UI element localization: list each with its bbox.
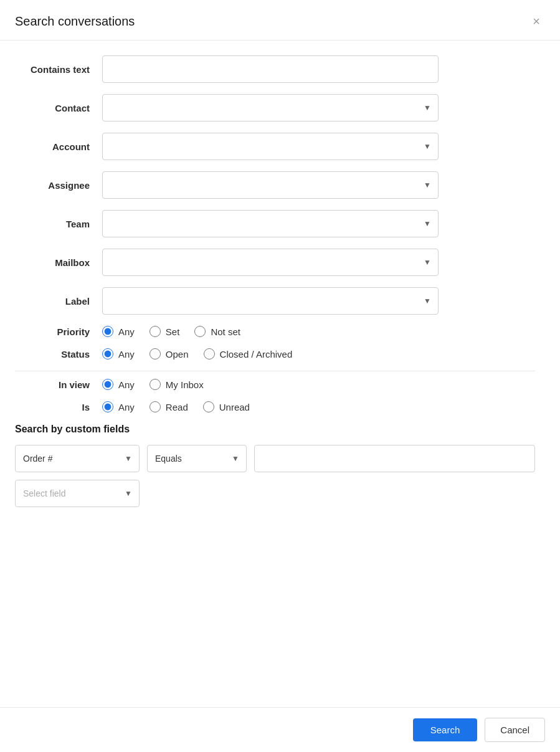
priority-any-option[interactable]: Any xyxy=(102,326,135,337)
contact-select[interactable] xyxy=(102,94,439,121)
account-row: Account ▼ xyxy=(15,133,535,160)
in-view-any-label: Any xyxy=(118,379,135,390)
section-divider xyxy=(15,371,535,371)
team-label: Team xyxy=(15,219,102,229)
contains-text-label: Contains text xyxy=(15,64,102,75)
priority-label: Priority xyxy=(15,326,102,337)
in-view-control: Any My Inbox xyxy=(102,379,439,390)
status-any-label: Any xyxy=(118,349,135,359)
is-read-label: Read xyxy=(166,402,188,412)
custom-field-1-select[interactable]: Order # xyxy=(15,445,140,472)
label-control: ▼ xyxy=(102,287,439,315)
priority-set-option[interactable]: Set xyxy=(149,326,180,337)
custom-field-row-2: Select field ▼ xyxy=(15,480,535,507)
priority-control: Any Set Not set xyxy=(102,326,439,337)
mailbox-control: ▼ xyxy=(102,249,439,276)
status-row: Status Any Open Closed / Archived xyxy=(15,348,535,359)
status-any-option[interactable]: Any xyxy=(102,348,135,359)
label-select[interactable] xyxy=(102,287,439,315)
account-label: Account xyxy=(15,141,102,152)
status-closed-archived-option[interactable]: Closed / Archived xyxy=(204,348,293,359)
mailbox-select-wrapper: ▼ xyxy=(102,249,439,276)
cancel-button[interactable]: Cancel xyxy=(485,718,545,742)
mailbox-label: Mailbox xyxy=(15,257,102,268)
status-closed-archived-radio[interactable] xyxy=(204,348,215,359)
account-control: ▼ xyxy=(102,133,439,160)
status-control: Any Open Closed / Archived xyxy=(102,348,439,359)
priority-row: Priority Any Set Not set xyxy=(15,326,535,337)
in-view-any-option[interactable]: Any xyxy=(102,379,135,390)
account-select-wrapper: ▼ xyxy=(102,133,439,160)
custom-operator-1-select[interactable]: Equals xyxy=(147,445,247,472)
dialog-footer: Search Cancel xyxy=(0,707,560,752)
priority-not-set-radio[interactable] xyxy=(194,326,206,337)
contact-row: Contact ▼ xyxy=(15,94,535,121)
priority-any-label: Any xyxy=(118,326,135,337)
team-row: Team ▼ xyxy=(15,210,535,237)
label-label: Label xyxy=(15,296,102,307)
contains-text-control xyxy=(102,55,439,83)
search-conversations-dialog: Search conversations × Contains text Con… xyxy=(0,0,560,752)
label-row: Label ▼ xyxy=(15,287,535,315)
in-view-label: In view xyxy=(15,379,102,390)
is-any-option[interactable]: Any xyxy=(102,401,135,412)
in-view-my-inbox-radio[interactable] xyxy=(149,379,161,390)
in-view-radio-group: Any My Inbox xyxy=(102,379,439,390)
is-row: Is Any Read Unread xyxy=(15,401,535,412)
dialog-title: Search conversations xyxy=(15,14,135,29)
custom-field-2-select[interactable]: Select field xyxy=(15,480,140,507)
in-view-any-radio[interactable] xyxy=(102,379,113,390)
in-view-row: In view Any My Inbox xyxy=(15,379,535,390)
is-control: Any Read Unread xyxy=(102,401,439,412)
label-select-wrapper: ▼ xyxy=(102,287,439,315)
priority-any-radio[interactable] xyxy=(102,326,113,337)
in-view-my-inbox-option[interactable]: My Inbox xyxy=(149,379,204,390)
priority-set-label: Set xyxy=(166,326,180,337)
contact-label: Contact xyxy=(15,103,102,113)
is-read-option[interactable]: Read xyxy=(149,401,188,412)
is-read-radio[interactable] xyxy=(149,401,161,412)
assignee-label: Assignee xyxy=(15,180,102,191)
assignee-select[interactable] xyxy=(102,171,439,199)
assignee-control: ▼ xyxy=(102,171,439,199)
is-label: Is xyxy=(15,402,102,412)
team-select[interactable] xyxy=(102,210,439,237)
mailbox-row: Mailbox ▼ xyxy=(15,249,535,276)
custom-fields-title: Search by custom fields xyxy=(15,424,535,435)
account-select[interactable] xyxy=(102,133,439,160)
priority-not-set-option[interactable]: Not set xyxy=(194,326,240,337)
team-control: ▼ xyxy=(102,210,439,237)
priority-not-set-label: Not set xyxy=(211,326,240,337)
contains-text-row: Contains text xyxy=(15,55,535,83)
priority-set-radio[interactable] xyxy=(149,326,161,337)
status-radio-group: Any Open Closed / Archived xyxy=(102,348,439,359)
status-open-radio[interactable] xyxy=(149,348,161,359)
close-button[interactable]: × xyxy=(528,12,545,30)
contact-control: ▼ xyxy=(102,94,439,121)
contact-select-wrapper: ▼ xyxy=(102,94,439,121)
in-view-my-inbox-label: My Inbox xyxy=(166,379,204,390)
assignee-select-wrapper: ▼ xyxy=(102,171,439,199)
custom-value-1-input[interactable] xyxy=(254,445,535,472)
search-button[interactable]: Search xyxy=(413,718,478,741)
status-label: Status xyxy=(15,349,102,359)
dialog-body: Contains text Contact ▼ Account xyxy=(0,40,560,707)
is-unread-radio[interactable] xyxy=(203,401,214,412)
is-unread-option[interactable]: Unread xyxy=(203,401,250,412)
status-closed-archived-label: Closed / Archived xyxy=(220,349,293,359)
status-open-option[interactable]: Open xyxy=(149,348,189,359)
custom-field-1-select-wrapper: Order # ▼ xyxy=(15,445,140,472)
status-open-label: Open xyxy=(166,349,189,359)
priority-radio-group: Any Set Not set xyxy=(102,326,439,337)
status-any-radio[interactable] xyxy=(102,348,113,359)
custom-field-2-select-wrapper: Select field ▼ xyxy=(15,480,140,507)
custom-operator-1-select-wrapper: Equals ▼ xyxy=(147,445,247,472)
custom-fields-section: Search by custom fields Order # ▼ Equals… xyxy=(15,424,535,507)
is-any-radio[interactable] xyxy=(102,401,113,412)
custom-field-row-1: Order # ▼ Equals ▼ xyxy=(15,445,535,472)
mailbox-select[interactable] xyxy=(102,249,439,276)
contains-text-input[interactable] xyxy=(102,55,439,83)
is-unread-label: Unread xyxy=(219,402,250,412)
dialog-header: Search conversations × xyxy=(0,0,560,40)
is-radio-group: Any Read Unread xyxy=(102,401,439,412)
